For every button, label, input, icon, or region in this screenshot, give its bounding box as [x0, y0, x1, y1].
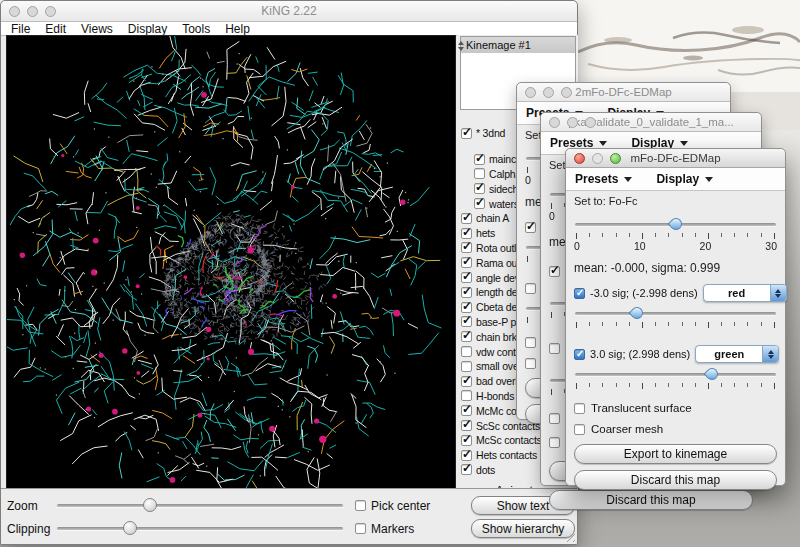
menu-views[interactable]: Views [81, 22, 113, 36]
show-hierarchy-button[interactable]: Show hierarchy [471, 519, 575, 538]
group-checkbox[interactable] [461, 272, 472, 283]
pick-center-checkbox[interactable] [355, 500, 366, 511]
slider-thumb[interactable] [703, 366, 720, 383]
group-checkbox[interactable] [461, 128, 472, 139]
zoom-slider[interactable] [57, 498, 349, 513]
close-button[interactable] [549, 117, 560, 128]
translucent-surface-option[interactable]: Translucent surface [574, 402, 777, 414]
color-dropdown[interactable]: red [703, 284, 787, 302]
contour-checkbox[interactable] [525, 283, 536, 294]
contour-checkbox[interactable] [574, 288, 585, 299]
zoom-button[interactable] [610, 153, 621, 164]
group-checkbox[interactable] [461, 242, 472, 253]
menu-tools[interactable]: Tools [182, 22, 210, 36]
titlebar[interactable]: mFo-DFc-EDMap [566, 149, 785, 168]
group-checkbox[interactable] [461, 228, 472, 239]
group-checkbox[interactable] [461, 464, 472, 475]
titlebar[interactable]: 2mFo-DFc-EDMap [517, 83, 730, 102]
group-checkbox[interactable] [461, 405, 472, 416]
group-checkbox[interactable] [461, 346, 472, 357]
contour-checkbox[interactable] [549, 343, 560, 354]
discard-this-map-button[interactable]: Discard this map [549, 490, 753, 510]
close-button[interactable] [574, 153, 585, 164]
group-checkbox[interactable] [461, 435, 472, 446]
group-checkbox[interactable] [461, 390, 472, 401]
zoom-button[interactable] [585, 117, 596, 128]
contour-level-slider[interactable] [575, 367, 776, 381]
molecule-viewport[interactable] [6, 35, 456, 490]
minimize-button[interactable] [543, 87, 554, 98]
minimize-button[interactable] [567, 117, 578, 128]
group-label: * 3dnd [476, 127, 505, 139]
contour-checkbox[interactable] [525, 222, 536, 233]
titlebar[interactable]: KiNG 2.22 [1, 1, 577, 22]
export-to-kinemage-button[interactable]: Export to kinemage [574, 444, 777, 464]
group-label: chain A [476, 212, 509, 224]
kinemage-list-item-selected[interactable]: Kinemage #1 [461, 37, 575, 53]
coarser-checkbox[interactable] [549, 437, 560, 448]
chevron-down-icon [599, 141, 607, 146]
group-checkbox[interactable] [461, 450, 472, 461]
window-title: KiNG 2.22 [1, 4, 577, 18]
minimize-button[interactable] [27, 6, 38, 17]
group-checkbox[interactable] [461, 213, 472, 224]
markers-option[interactable]: Markers [355, 522, 465, 536]
group-label: hets [476, 227, 495, 239]
map-radius-slider[interactable] [575, 217, 776, 231]
group-checkbox[interactable] [461, 361, 472, 372]
menu-bar: File Edit Views Display Tools Help [1, 22, 577, 36]
coarser-mesh-option[interactable]: Coarser mesh [574, 423, 777, 435]
group-checkbox[interactable] [461, 287, 472, 298]
coarser-checkbox[interactable] [574, 424, 585, 435]
translucent-checkbox[interactable] [549, 413, 560, 424]
titlebar[interactable]: pka-validate_0_validate_1_ma... [541, 113, 761, 132]
molecule-canvas[interactable] [7, 36, 455, 489]
menu-help[interactable]: Help [225, 22, 250, 36]
translucent-checkbox[interactable] [574, 403, 585, 414]
group-checkbox[interactable] [461, 420, 472, 431]
contour-checkbox[interactable] [574, 349, 585, 360]
coarser-checkbox[interactable] [525, 358, 536, 369]
translucent-checkbox[interactable] [525, 337, 536, 348]
close-button[interactable] [9, 6, 20, 17]
color-dropdown[interactable]: green [695, 345, 779, 363]
chevron-down-icon [680, 141, 688, 146]
pick-center-option[interactable]: Pick center [355, 499, 465, 513]
group-checkbox[interactable] [461, 302, 472, 313]
markers-checkbox[interactable] [355, 523, 366, 534]
chevron-down-icon [624, 177, 632, 182]
zoom-button[interactable] [561, 87, 572, 98]
clipping-slider[interactable] [57, 521, 349, 536]
group-checkbox[interactable] [461, 376, 472, 387]
presets-menu[interactable]: Presets [575, 172, 632, 186]
menu-file[interactable]: File [11, 22, 30, 36]
close-button[interactable] [525, 87, 536, 98]
group-checkbox[interactable] [461, 331, 472, 342]
minimize-button[interactable] [592, 153, 603, 164]
contour-row-high: 3.0 sig; (2.998 dens) green [574, 345, 777, 363]
clipping-slider-thumb[interactable] [123, 521, 137, 535]
slider-thumb[interactable] [629, 305, 646, 322]
window-controls [9, 6, 56, 17]
tick-label: 0 [525, 174, 531, 186]
group-checkbox[interactable] [474, 183, 485, 194]
contour-checkbox[interactable] [549, 266, 560, 277]
display-label: Display [656, 172, 699, 186]
window-mfo-dfc-edmap: mFo-DFc-EDMap Presets Display Set to: Fo… [565, 148, 786, 486]
menu-display[interactable]: Display [128, 22, 167, 36]
group-label: chain brks [476, 331, 522, 343]
group-checkbox[interactable] [474, 168, 485, 179]
zoom-slider-thumb[interactable] [143, 498, 157, 512]
group-checkbox[interactable] [474, 154, 485, 165]
color-dropdown-value: red [704, 287, 770, 299]
group-checkbox[interactable] [461, 316, 472, 327]
discard-this-map-button[interactable]: Discard this map [574, 470, 777, 490]
group-checkbox[interactable] [474, 198, 485, 209]
display-menu[interactable]: Display [656, 172, 713, 186]
menu-edit[interactable]: Edit [45, 22, 66, 36]
zoom-button[interactable] [45, 6, 56, 17]
list-scroll-arrows-icon[interactable] [458, 41, 464, 51]
group-checkbox[interactable] [461, 257, 472, 268]
slider-thumb[interactable] [667, 216, 684, 233]
contour-level-slider[interactable] [575, 306, 776, 320]
